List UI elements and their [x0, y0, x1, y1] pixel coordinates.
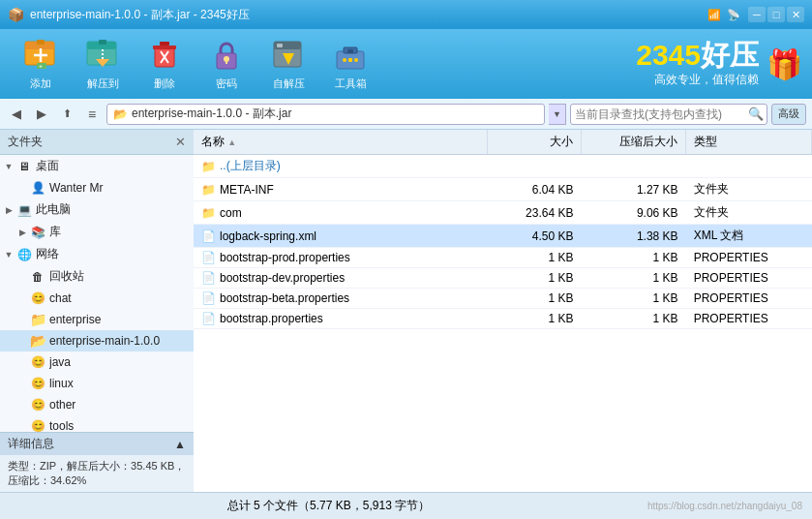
svg-rect-29 — [348, 58, 352, 62]
toolbox-button[interactable]: 工具箱 — [319, 33, 381, 95]
table-row[interactable]: 📄 bootstrap.properties 1 KB 1 KB PROPERT… — [194, 309, 812, 329]
sidebar-label-chat: chat — [49, 291, 72, 305]
status-watermark: https://blog.csdn.net/zhangdaiyu_08 — [647, 501, 802, 511]
col-type-header[interactable]: 类型 — [686, 130, 812, 155]
forward-button[interactable]: ▶ — [31, 104, 52, 125]
path-dropdown[interactable]: ▼ — [549, 104, 566, 125]
sidebar-item-wanter[interactable]: 👤 Wanter Mr — [0, 177, 194, 198]
advanced-button[interactable]: 高级 — [771, 104, 806, 125]
expand-arrow: ▶ — [2, 205, 15, 215]
sidebar-label-library: 库 — [49, 224, 61, 240]
extract-button[interactable]: 解压到 — [72, 33, 134, 95]
sidebar-item-enterprise-main[interactable]: 📂 enterprise-main-1.0.0 — [0, 330, 194, 351]
table-row[interactable]: 📄 bootstrap-dev.properties 1 KB 1 KB PRO… — [194, 268, 812, 289]
sidebar-close-button[interactable]: ✕ — [175, 135, 186, 149]
parent-label: ..(上层目录) — [220, 158, 281, 174]
col-name-header[interactable]: 名称 ▲ — [194, 130, 487, 155]
detail-header-label: 详细信息 — [8, 436, 54, 452]
file-list[interactable]: 名称 ▲ 大小 压缩后大小 类型 — [194, 130, 812, 492]
add-label: 添加 — [30, 76, 51, 91]
back-button[interactable]: ◀ — [6, 104, 27, 125]
title-icon: 📦 — [8, 7, 24, 22]
delete-label: 删除 — [154, 76, 175, 91]
file-name-cell: 📄 bootstrap.properties — [194, 309, 487, 329]
sidebar-label-java: java — [49, 355, 71, 369]
expand-arrow: ▼ — [2, 162, 15, 171]
minimize-button[interactable]: ─ — [748, 7, 766, 22]
table-row[interactable]: 📁 com 23.64 KB 9.06 KB 文件夹 — [194, 201, 812, 225]
tools-icon: 😊 — [29, 418, 46, 432]
statusbar: 总计 5 个文件（5.77 KB，5,913 字节） https://blog.… — [0, 492, 812, 519]
library-icon: 📚 — [29, 225, 46, 240]
title-controls: 📶 📡 — [707, 9, 740, 21]
table-header-row: 名称 ▲ 大小 压缩后大小 类型 — [194, 130, 812, 155]
sidebar-item-chat[interactable]: 😊 chat — [0, 288, 194, 309]
sidebar-item-network[interactable]: ▼ 🌐 网络 — [0, 243, 194, 265]
col-compressed-header[interactable]: 压缩后大小 — [581, 130, 685, 155]
add-icon: + — [23, 38, 58, 73]
table-row[interactable]: 📄 logback-spring.xml 4.50 KB 1.38 KB XML… — [194, 225, 812, 248]
sidebar-item-java[interactable]: 😊 java — [0, 351, 194, 373]
delete-button[interactable]: 删除 — [134, 33, 195, 95]
sidebar-label-enterprise: enterprise — [49, 313, 101, 326]
props-file-icon: 📄 — [201, 251, 216, 264]
svg-rect-14 — [160, 42, 169, 46]
password-button[interactable]: 密码 — [195, 33, 257, 95]
sidebar-label-wanter: Wanter Mr — [49, 181, 104, 195]
selfextract-button[interactable]: 自解压 — [257, 33, 319, 95]
file-name-cell: 📄 logback-spring.xml — [194, 225, 487, 248]
enterprise-icon: 📁 — [29, 312, 46, 327]
selfextract-icon — [271, 38, 306, 73]
table-row[interactable]: 📄 bootstrap-prod.properties 1 KB 1 KB PR… — [194, 248, 812, 268]
sidebar-item-tools[interactable]: 😊 tools — [0, 415, 194, 432]
sidebar-item-library[interactable]: ▶ 📚 库 — [0, 221, 194, 243]
close-button[interactable]: ✕ — [787, 7, 804, 22]
detail-panel: 详细信息 ▲ 类型：ZIP，解压后大小：35.45 KB，压缩比：34.62% — [0, 432, 194, 492]
sidebar-item-thispc[interactable]: ▶ 💻 此电脑 — [0, 198, 194, 221]
up-button[interactable]: ⬆ — [56, 104, 77, 125]
toolbox-label: 工具箱 — [335, 76, 367, 91]
file-name-cell: 📄 bootstrap-beta.properties — [194, 289, 487, 309]
java-icon: 😊 — [29, 354, 46, 370]
search-button[interactable]: 🔍 — [745, 104, 767, 125]
table-row[interactable]: 📁 META-INF 6.04 KB 1.27 KB 文件夹 — [194, 178, 812, 201]
wanter-icon: 👤 — [29, 180, 46, 196]
table-row[interactable]: 📁 ..(上层目录) — [194, 155, 812, 178]
detail-text: 类型：ZIP，解压后大小：35.45 KB，压缩比：34.62% — [8, 460, 185, 486]
sidebar-item-linux[interactable]: 😊 linux — [0, 373, 194, 394]
col-size-header[interactable]: 大小 — [487, 130, 581, 155]
password-icon — [209, 38, 244, 73]
svg-point-27 — [343, 58, 346, 62]
menu-button[interactable]: ≡ — [81, 104, 103, 125]
selfextract-label: 自解压 — [273, 76, 305, 91]
maximize-button[interactable]: □ — [767, 7, 785, 22]
table-row[interactable]: 📄 bootstrap-beta.properties 1 KB 1 KB PR… — [194, 289, 812, 309]
detail-content: 类型：ZIP，解压后大小：35.45 KB，压缩比：34.62% — [0, 455, 194, 492]
extract-label: 解压到 — [87, 76, 119, 91]
main-area: 文件夹 ✕ ▼ 🖥 桌面 👤 Wanter Mr ▶ 💻 此电脑 — [0, 130, 812, 492]
path-text: enterprise-main-1.0.0 - 副本.jar — [132, 106, 291, 122]
address-path: 📂 enterprise-main-1.0.0 - 副本.jar — [106, 104, 545, 125]
sidebar-item-enterprise[interactable]: 📁 enterprise — [0, 309, 194, 330]
file-table: 名称 ▲ 大小 压缩后大小 类型 — [194, 130, 812, 329]
folder-icon: 📁 — [201, 183, 216, 197]
detail-header[interactable]: 详细信息 ▲ — [0, 433, 194, 455]
title-text: enterprise-main-1.0.0 - 副本.jar - 2345好压 — [30, 7, 707, 23]
sidebar-item-other[interactable]: 😊 other — [0, 394, 194, 415]
search-input[interactable] — [571, 107, 745, 121]
brand-area: 2345好压 高效专业，值得信赖 🎁 — [636, 41, 802, 88]
sidebar-item-desktop[interactable]: ▼ 🖥 桌面 — [0, 155, 194, 177]
sidebar-label-tools: tools — [49, 419, 74, 432]
add-button[interactable]: + 添加 — [10, 33, 72, 95]
sidebar-label-recycle: 回收站 — [49, 268, 84, 285]
expand-arrow: ▶ — [15, 228, 29, 237]
sidebar-label-linux: linux — [49, 377, 74, 390]
sidebar-item-recycle[interactable]: 🗑 回收站 — [0, 265, 194, 288]
props-file-icon: 📄 — [201, 312, 216, 325]
status-right: 总计 5 个文件（5.77 KB，5,913 字节） — [227, 498, 430, 514]
file-name-cell: 📁 META-INF — [194, 178, 487, 201]
sidebar-header-label: 文件夹 — [8, 134, 43, 150]
sidebar-container: 文件夹 ✕ ▼ 🖥 桌面 👤 Wanter Mr ▶ 💻 此电脑 — [0, 130, 194, 492]
recycle-icon: 🗑 — [29, 269, 46, 285]
enterprise-main-icon: 📂 — [29, 333, 46, 349]
